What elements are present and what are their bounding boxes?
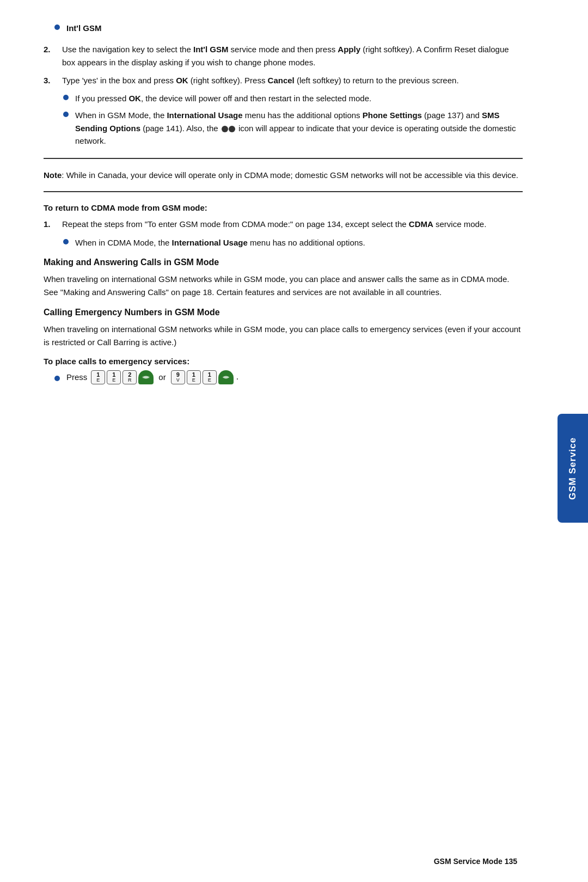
- intl-gsm-label: Int'l GSM: [66, 22, 523, 34]
- bullet-dot-press: [54, 376, 60, 381]
- bullet-gsm-mode: When in GSM Mode, the International Usag…: [63, 109, 523, 147]
- step-3-number: 3.: [44, 74, 57, 87]
- key-1e-3: 1 E: [187, 370, 201, 384]
- step-2-number: 2.: [44, 43, 57, 56]
- key-set-2: 9 V 1 E 1 E: [170, 370, 234, 384]
- emergency-heading: Calling Emergency Numbers in GSM Mode: [44, 308, 523, 317]
- period: .: [236, 370, 238, 384]
- key-1e-4: 1 E: [203, 370, 217, 384]
- page-footer: GSM Service Mode 135: [434, 857, 517, 866]
- note-block: Note: While in Canada, your device will …: [44, 164, 523, 186]
- cdma-step-text: Repeat the steps from "To enter GSM mode…: [62, 218, 523, 230]
- bullet-dot-cdma: [63, 239, 69, 244]
- gsm-tab-text: GSM Service: [567, 437, 578, 500]
- press-keys-text: Press 1 E 1 E 2 R: [66, 370, 523, 384]
- bullet-dot-2: [63, 112, 69, 117]
- key-2r: 2 R: [122, 370, 137, 384]
- bullet-dot: [54, 24, 60, 30]
- page-content: Int'l GSM 2. Use the navigation key to s…: [0, 0, 588, 421]
- cdma-step-1: 1. Repeat the steps from "To enter GSM m…: [44, 218, 523, 230]
- cdma-bullet-text: When in CDMA Mode, the International Usa…: [75, 236, 523, 249]
- key-set-1: 1 E 1 E 2 R: [90, 370, 154, 384]
- cdma-heading: To return to CDMA mode from GSM mode:: [44, 203, 523, 212]
- press-label: Press: [66, 371, 87, 383]
- key-1e-2: 1 E: [107, 370, 121, 384]
- key-9v: 9 V: [171, 370, 185, 384]
- key-1e-1: 1 E: [91, 370, 105, 384]
- footer-text: GSM Service Mode 135: [434, 857, 517, 866]
- step-3: 3. Type 'yes' in the box and press OK (r…: [44, 74, 523, 87]
- rule-bottom: [44, 191, 523, 192]
- rule-top: [44, 158, 523, 159]
- step-2: 2. Use the navigation key to select the …: [44, 43, 523, 69]
- cdma-step-num: 1.: [44, 218, 57, 230]
- gsm-tab: GSM Service: [558, 414, 588, 523]
- bullet-gsm-text: When in GSM Mode, the International Usag…: [75, 109, 523, 147]
- bullet-dot-1: [63, 95, 69, 100]
- bullet-ok: If you pressed OK, the device will power…: [63, 92, 523, 105]
- step-2-text: Use the navigation key to select the Int…: [62, 43, 523, 69]
- place-calls-heading: To place calls to emergency services:: [44, 357, 523, 366]
- send-key-1: [138, 370, 154, 384]
- bullet-ok-text: If you pressed OK, the device will power…: [75, 92, 523, 105]
- step-3-text: Type 'yes' in the box and press OK (righ…: [62, 74, 523, 87]
- intl-gsm-bullet: Int'l GSM: [54, 22, 523, 34]
- or-label: or: [158, 371, 166, 383]
- making-heading: Making and Answering Calls in GSM Mode: [44, 258, 523, 267]
- press-keys-row: Press 1 E 1 E 2 R: [54, 370, 523, 384]
- cdma-bullet: When in CDMA Mode, the International Usa…: [63, 236, 523, 249]
- emergency-para: When traveling on international GSM netw…: [44, 323, 523, 349]
- send-key-2: [218, 370, 234, 384]
- oo-icon: [222, 126, 235, 132]
- making-para: When traveling on international GSM netw…: [44, 273, 523, 299]
